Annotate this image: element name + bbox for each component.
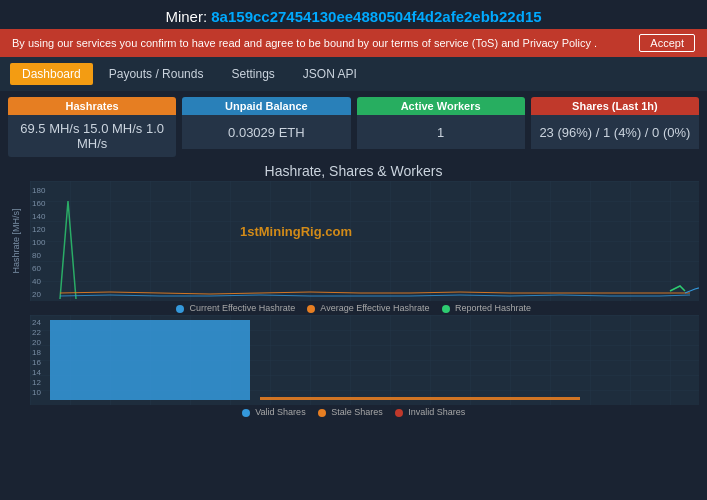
svg-rect-22 — [50, 320, 250, 400]
shares-chart: 24 22 20 18 16 14 12 10 — [8, 315, 699, 405]
hashrate-y-label: Hashrate [MH/s] — [11, 208, 21, 273]
stat-shares: Shares (Last 1h) 23 (96%) / 1 (4%) / 0 (… — [531, 97, 699, 157]
chart-section: Hashrate, Shares & Workers Hashrate [MH/… — [8, 163, 699, 417]
stat-workers-value: 1 — [357, 115, 525, 149]
stat-unpaid-value: 0.03029 ETH — [182, 115, 350, 149]
miner-label: Miner: — [165, 8, 207, 25]
svg-text:120: 120 — [32, 225, 46, 234]
nav-settings[interactable]: Settings — [219, 63, 286, 85]
svg-text:22: 22 — [32, 328, 41, 337]
nav-dashboard[interactable]: Dashboard — [10, 63, 93, 85]
stat-shares-label: Shares (Last 1h) — [531, 97, 699, 115]
svg-text:180: 180 — [32, 186, 46, 195]
stat-unpaid-label: Unpaid Balance — [182, 97, 350, 115]
svg-text:20: 20 — [32, 290, 41, 299]
nav-bar: Dashboard Payouts / Rounds Settings JSON… — [0, 57, 707, 91]
hashrate-chart: Hashrate [MH/s] 180 160 140 120 100 80 6… — [8, 181, 699, 301]
shares-chart-container: 24 22 20 18 16 14 12 10 Valid Shares — [8, 315, 699, 417]
accept-button[interactable]: Accept — [639, 34, 695, 52]
hashrate-legend: Current Effective Hashrate Average Effec… — [8, 303, 699, 313]
shares-legend: Valid Shares Stale Shares Invalid Shares — [8, 407, 699, 417]
stat-workers: Active Workers 1 — [357, 97, 525, 157]
chart-title: Hashrate, Shares & Workers — [8, 163, 699, 179]
svg-text:40: 40 — [32, 277, 41, 286]
svg-rect-23 — [260, 397, 580, 400]
svg-text:160: 160 — [32, 199, 46, 208]
legend-current-hashrate: Current Effective Hashrate — [176, 303, 295, 313]
svg-text:80: 80 — [32, 251, 41, 260]
legend-avg-hashrate: Average Effective Hashrate — [307, 303, 429, 313]
svg-text:10: 10 — [32, 388, 41, 397]
svg-text:60: 60 — [32, 264, 41, 273]
legend-reported-hashrate: Reported Hashrate — [442, 303, 532, 313]
nav-payouts[interactable]: Payouts / Rounds — [97, 63, 216, 85]
svg-rect-1 — [30, 181, 699, 301]
svg-text:14: 14 — [32, 368, 41, 377]
legend-stale-shares: Stale Shares — [318, 407, 383, 417]
legend-valid-shares: Valid Shares — [242, 407, 306, 417]
svg-text:16: 16 — [32, 358, 41, 367]
svg-text:100: 100 — [32, 238, 46, 247]
stat-workers-label: Active Workers — [357, 97, 525, 115]
nav-json-api[interactable]: JSON API — [291, 63, 369, 85]
svg-text:1stMiningRig.com: 1stMiningRig.com — [240, 224, 352, 239]
stats-row: Hashrates 69.5 MH/s 15.0 MH/s 1.0 MH/s U… — [8, 97, 699, 157]
stat-hashrates-label: Hashrates — [8, 97, 176, 115]
stat-hashrates-value: 69.5 MH/s 15.0 MH/s 1.0 MH/s — [8, 115, 176, 157]
svg-text:20: 20 — [32, 338, 41, 347]
svg-text:18: 18 — [32, 348, 41, 357]
svg-text:24: 24 — [32, 318, 41, 327]
legend-invalid-shares: Invalid Shares — [395, 407, 466, 417]
stat-hashrates: Hashrates 69.5 MH/s 15.0 MH/s 1.0 MH/s — [8, 97, 176, 157]
svg-text:140: 140 — [32, 212, 46, 221]
stat-shares-value: 23 (96%) / 1 (4%) / 0 (0%) — [531, 115, 699, 149]
hashrate-chart-container: Hashrate [MH/s] 180 160 140 120 100 80 6… — [8, 181, 699, 313]
miner-hash: 8a159cc27454130ee4880504f4d2afe2ebb22d15 — [211, 8, 541, 25]
stat-unpaid: Unpaid Balance 0.03029 ETH — [182, 97, 350, 157]
svg-text:12: 12 — [32, 378, 41, 387]
notice-bar: By using our services you confirm to hav… — [0, 29, 707, 57]
page-header: Miner: 8a159cc27454130ee4880504f4d2afe2e… — [0, 0, 707, 29]
notice-text: By using our services you confirm to hav… — [12, 37, 597, 49]
